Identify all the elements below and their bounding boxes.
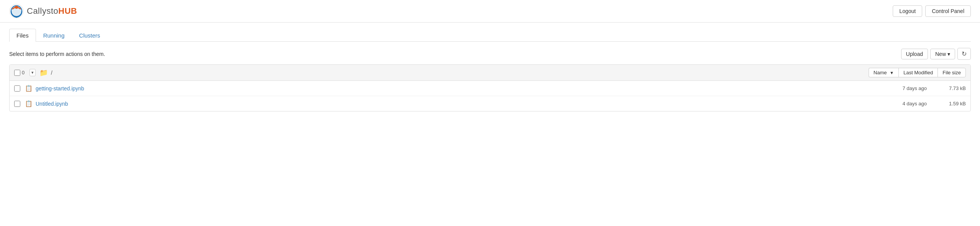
select-items-text: Select items to perform actions on them. [9, 51, 105, 57]
refresh-icon: ↻ [962, 51, 967, 57]
list-header: 0 ▾ 📁 / Name ▼ Last Modified File size [10, 65, 970, 81]
logo-area: CallystoHUB [9, 4, 77, 18]
file-checkbox-2[interactable] [14, 101, 20, 107]
tab-files[interactable]: Files [9, 29, 36, 42]
table-row: 📋 getting-started.ipynb 7 days ago 7.73 … [10, 81, 970, 96]
new-label: New [935, 51, 946, 57]
file-name-2[interactable]: Untitled.ipynb [36, 101, 889, 107]
list-header-left: 0 ▾ 📁 / [14, 69, 866, 77]
last-modified-column-header[interactable]: Last Modified [898, 68, 938, 77]
file-date-2: 4 days ago [892, 101, 927, 106]
refresh-button[interactable]: ↻ [957, 48, 971, 60]
file-meta-1: 7 days ago 7.73 kB [892, 85, 966, 91]
header: CallystoHUB Logout Control Panel [0, 0, 980, 23]
notebook-icon-2: 📋 [25, 100, 33, 107]
sort-arrow-icon: ▼ [890, 70, 894, 75]
toolbar-actions: Upload New ▾ ↻ [901, 48, 971, 60]
breadcrumb: / [51, 70, 52, 76]
logout-button[interactable]: Logout [893, 5, 922, 17]
tab-running[interactable]: Running [36, 29, 72, 42]
tabs: Files Running Clusters [9, 29, 971, 42]
new-dropdown-arrow: ▾ [947, 51, 950, 57]
file-size-1: 7.73 kB [939, 85, 966, 91]
name-column-header[interactable]: Name ▼ [869, 68, 898, 77]
folder-icon: 📁 [39, 69, 48, 77]
upload-button[interactable]: Upload [901, 49, 928, 59]
header-buttons: Logout Control Panel [893, 5, 971, 17]
logo-icon [9, 4, 24, 18]
file-size-2: 1.59 kB [939, 101, 966, 106]
new-button[interactable]: New ▾ [930, 49, 955, 59]
file-checkbox-1[interactable] [14, 85, 20, 92]
tab-clusters[interactable]: Clusters [72, 29, 108, 42]
main-content: Files Running Clusters Select items to p… [0, 23, 980, 118]
toolbar-row: Select items to perform actions on them.… [9, 48, 971, 60]
file-meta-2: 4 days ago 1.59 kB [892, 101, 966, 106]
logo-text: CallystoHUB [27, 6, 77, 16]
file-list-container: 0 ▾ 📁 / Name ▼ Last Modified File size 📋… [9, 64, 971, 111]
notebook-icon-1: 📋 [25, 85, 33, 92]
file-name-1[interactable]: getting-started.ipynb [36, 85, 889, 92]
count-dropdown-arrow[interactable]: ▾ [29, 69, 36, 76]
list-header-right: Name ▼ Last Modified File size [869, 68, 966, 77]
svg-point-3 [15, 6, 18, 9]
table-row: 📋 Untitled.ipynb 4 days ago 1.59 kB [10, 96, 970, 111]
file-size-column-header[interactable]: File size [938, 68, 966, 77]
selected-count: 0 [22, 70, 28, 75]
control-panel-button[interactable]: Control Panel [925, 5, 971, 17]
checkbox-area: 0 ▾ [14, 69, 36, 76]
select-all-checkbox[interactable] [14, 70, 20, 76]
file-date-1: 7 days ago [892, 85, 927, 91]
